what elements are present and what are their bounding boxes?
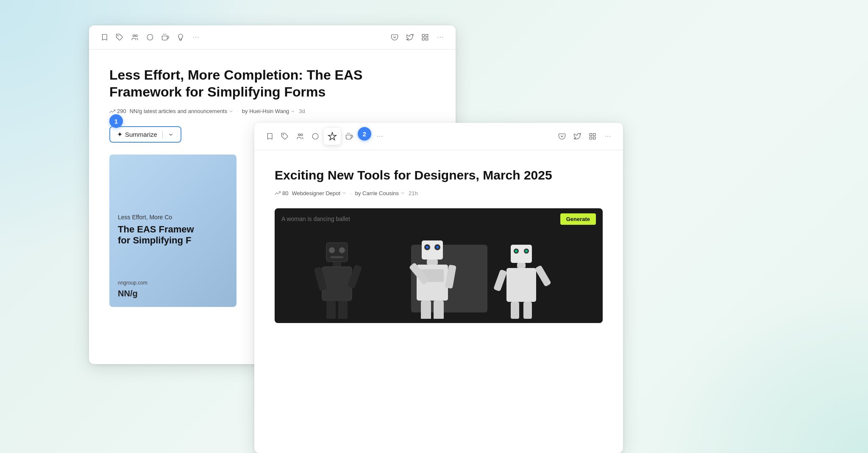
article-source-1[interactable]: NN/g latest articles and announcements: [130, 108, 234, 114]
article-source-2[interactable]: Webdesigner Depot: [292, 190, 347, 196]
svg-rect-12: [426, 38, 428, 40]
svg-point-18: [298, 134, 300, 136]
thumbnail-domain: nngroup.com: [118, 280, 147, 286]
article-time-1: 3d: [299, 108, 305, 114]
svg-rect-67: [511, 302, 519, 319]
robot-scene-svg: [290, 234, 587, 319]
svg-point-37: [339, 247, 345, 253]
thumbnail-title: The EAS Framew for Simplifying F: [118, 224, 194, 246]
summarize-button[interactable]: ✦ Summarize: [109, 126, 181, 143]
svg-point-8: [195, 37, 196, 38]
people-icon-2[interactable]: [293, 130, 307, 143]
people-icon[interactable]: [128, 30, 142, 44]
robot-scene: [275, 230, 603, 323]
svg-point-26: [382, 136, 383, 137]
more-icon-2[interactable]: [373, 130, 387, 143]
svg-rect-46: [422, 240, 443, 260]
svg-rect-11: [426, 34, 428, 36]
pocket-icon-2[interactable]: [555, 130, 569, 143]
coffee-icon[interactable]: [159, 30, 172, 44]
article-window-2: Exciting New Tools for Designers, March …: [254, 123, 623, 453]
step-badge-1: 1: [109, 114, 123, 128]
svg-point-33: [610, 136, 611, 137]
svg-point-32: [607, 136, 608, 137]
svg-point-9: [198, 37, 199, 38]
svg-point-24: [377, 136, 378, 137]
article-title-1: Less Effort, More Completion: The EAS Fr…: [109, 66, 435, 100]
svg-rect-40: [322, 267, 352, 301]
tag-icon[interactable]: [113, 30, 126, 44]
svg-point-19: [301, 134, 303, 136]
svg-point-36: [329, 247, 335, 253]
svg-rect-35: [326, 243, 348, 262]
sparkle-icon: ✦: [117, 130, 122, 138]
circle-icon-2[interactable]: [309, 130, 322, 143]
article-author-2[interactable]: by Carrie Cousins: [355, 190, 405, 196]
svg-point-0: [118, 36, 119, 36]
svg-rect-63: [517, 263, 526, 268]
image-gen-input[interactable]: [281, 215, 556, 222]
more-right-icon-1[interactable]: [434, 30, 447, 44]
sparkle-active-icon[interactable]: [324, 128, 341, 145]
circle-icon[interactable]: [143, 30, 157, 44]
trending-indicator: 290: [109, 108, 126, 114]
svg-point-3: [147, 34, 153, 40]
coffee-icon-2[interactable]: [342, 130, 356, 143]
article-meta-1: 290 NN/g latest articles and announcemen…: [109, 108, 435, 114]
svg-point-14: [438, 37, 439, 38]
svg-rect-51: [427, 260, 438, 265]
thumbnail-text-small: Less Effort, More Co: [118, 214, 172, 221]
bird-icon-2[interactable]: [570, 130, 584, 143]
svg-rect-13: [422, 38, 424, 40]
svg-rect-56: [421, 301, 431, 319]
svg-rect-58: [511, 245, 532, 263]
article-content-2: Exciting New Tools for Designers, March …: [254, 150, 623, 336]
sparkle-icon-svg: [328, 132, 337, 141]
tag-icon-2[interactable]: [278, 130, 292, 143]
office-icon[interactable]: [418, 30, 432, 44]
bookmark-icon-2[interactable]: [263, 130, 276, 143]
bookmark-icon[interactable]: [97, 30, 111, 44]
svg-point-61: [515, 250, 517, 252]
article-thumbnail-1: Less Effort, More Co The EAS Framew for …: [109, 155, 236, 307]
svg-point-2: [136, 35, 138, 37]
svg-rect-57: [434, 301, 444, 319]
svg-point-15: [440, 37, 441, 38]
svg-rect-10: [422, 34, 424, 36]
svg-rect-30: [590, 137, 592, 139]
toolbar-2: [254, 123, 623, 150]
svg-point-62: [525, 250, 528, 252]
svg-rect-68: [523, 302, 532, 319]
svg-point-49: [426, 246, 428, 249]
article-author-1[interactable]: by Huei-Hsin Wang: [242, 108, 296, 114]
office-icon-2[interactable]: [586, 130, 599, 143]
generate-button[interactable]: Generate: [560, 213, 596, 225]
trending-indicator-2: 80: [275, 190, 288, 196]
svg-rect-38: [331, 256, 343, 258]
svg-point-20: [312, 133, 318, 139]
svg-point-17: [283, 135, 284, 135]
svg-point-50: [436, 246, 439, 249]
image-generation-container: Generate: [275, 208, 603, 323]
svg-point-7: [193, 37, 194, 38]
step-badge-2: 2: [358, 127, 371, 141]
thumbnail-logo: NN/g: [118, 289, 138, 298]
svg-rect-44: [338, 301, 348, 319]
toolbar-1: [89, 25, 456, 50]
article-title-2: Exciting New Tools for Designers, March …: [275, 167, 603, 183]
toolbar-right-1: [388, 30, 447, 44]
image-gen-header: Generate: [275, 208, 603, 230]
svg-point-25: [379, 136, 380, 137]
chevron-down-icon: [168, 132, 174, 138]
bird-icon[interactable]: [403, 30, 417, 44]
more-right-icon-2[interactable]: [601, 130, 615, 143]
pocket-icon[interactable]: [388, 30, 401, 44]
svg-point-1: [133, 35, 135, 37]
more-icon-1[interactable]: [189, 30, 203, 44]
svg-rect-43: [326, 301, 336, 319]
hat-icon[interactable]: [174, 30, 187, 44]
svg-rect-27: [590, 133, 592, 135]
article-meta-2: 80 Webdesigner Depot · by Carrie Cousins…: [275, 190, 603, 196]
article-time-2: 21h: [409, 190, 418, 196]
svg-rect-29: [593, 137, 595, 139]
